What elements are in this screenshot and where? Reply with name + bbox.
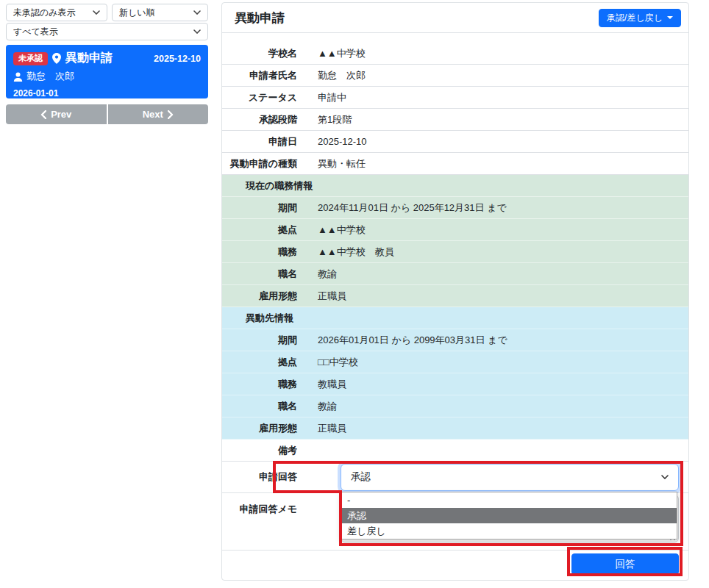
field-value: ▲▲中学校: [318, 47, 366, 60]
remarks-row: 備考: [222, 440, 688, 462]
field-row: 期間 2026年01月01日 から 2099年03月31日 まで: [222, 329, 688, 351]
answer-select[interactable]: 承認: [341, 464, 679, 491]
field-row: 雇用形態 正職員: [222, 285, 688, 307]
field-label: 職名: [229, 268, 297, 281]
page: 未承認のみ表示 新しい順 すべて表示 未承認 異動申請 2025-12-10: [0, 0, 709, 588]
field-label: 雇用形態: [229, 290, 297, 303]
filter-type-value: すべて表示: [13, 26, 58, 38]
caret-down-icon: [667, 16, 673, 19]
answer-selected-value: 承認: [351, 470, 371, 484]
option-return[interactable]: 差し戻し: [341, 523, 677, 539]
field-row: 雇用形態 正職員: [222, 417, 688, 440]
card-date: 2025-12-10: [154, 54, 201, 64]
submit-button[interactable]: 回答: [571, 553, 679, 575]
field-row: 申請日 2025-12-10: [222, 131, 688, 153]
field-value: 2025-12-10: [318, 136, 367, 147]
field-value: 2026年01月01日 から 2099年03月31日 まで: [318, 334, 507, 347]
card-start-date: 2026-01-01: [13, 88, 201, 98]
field-value: 教諭: [318, 400, 337, 413]
field-value: 教職員: [318, 378, 346, 391]
field-row: 職名 教諭: [222, 263, 688, 285]
field-label: 職名: [229, 400, 297, 413]
field-label: 職務: [229, 378, 297, 391]
chevron-right-icon: [168, 110, 174, 119]
field-label: 異動申請の種類: [229, 157, 297, 171]
answer-label: 申請回答: [229, 470, 297, 484]
field-value: 教諭: [318, 268, 337, 281]
field-label: 雇用形態: [229, 422, 297, 435]
filter-approval-select[interactable]: 未承認のみ表示: [6, 4, 107, 21]
field-row: 職名 教諭: [222, 395, 688, 417]
option-none[interactable]: -: [341, 492, 677, 508]
field-row: 承認段階 第1段階: [222, 109, 688, 131]
section-header-current: 現在の職務情報: [222, 175, 688, 197]
field-label: 期間: [229, 201, 297, 215]
field-value: 正職員: [318, 422, 346, 435]
answer-row: 申請回答 承認: [222, 462, 688, 493]
pager: Prev Next: [6, 104, 208, 124]
field-label: 職務: [229, 245, 297, 259]
field-value: 異動・転任: [318, 157, 366, 171]
field-row: 異動申請の種類 異動・転任: [222, 153, 688, 175]
prev-label: Prev: [51, 109, 71, 120]
field-label: 申請日: [229, 135, 297, 148]
filter-sort-select[interactable]: 新しい順: [112, 4, 208, 21]
memo-label: 申請回答メモ: [229, 493, 297, 550]
field-value: 第1段階: [318, 113, 352, 126]
field-value: 正職員: [318, 290, 346, 303]
field-label: 承認段階: [229, 113, 297, 126]
field-row: 職務 ▲▲中学校 教員: [222, 241, 688, 263]
card-person: 勤怠 次郎: [26, 70, 74, 83]
next-label: Next: [143, 109, 163, 120]
field-value: □□中学校: [318, 356, 358, 369]
chevron-down-icon: [193, 10, 201, 15]
chevron-down-icon: [193, 29, 201, 34]
filter-type-select[interactable]: すべて表示: [6, 23, 208, 40]
chevron-down-icon: [93, 10, 100, 15]
filter-approval-value: 未承認のみ表示: [13, 7, 76, 19]
approve-return-dropdown-button[interactable]: 承認/差し戻し: [599, 9, 681, 27]
card-title: 異動申請: [65, 51, 113, 66]
field-row: 職務 教職員: [222, 373, 688, 395]
page-title: 異動申請: [235, 10, 285, 26]
field-label: 拠点: [229, 356, 297, 369]
field-row: ステータス 申請中: [222, 87, 688, 109]
field-value: 勤怠 次郎: [318, 69, 366, 82]
answer-select-dropdown: - 承認 差し戻し: [340, 492, 677, 539]
filter-sort-value: 新しい順: [119, 7, 155, 19]
section-title: 現在の職務情報: [246, 179, 313, 193]
option-approve[interactable]: 承認: [341, 508, 677, 523]
next-button[interactable]: Next: [108, 104, 209, 124]
chevron-left-icon: [40, 110, 46, 119]
approve-return-label: 承認/差し戻し: [607, 12, 663, 24]
field-row: 拠点 □□中学校: [222, 351, 688, 373]
chevron-down-icon: [661, 475, 669, 479]
prev-button[interactable]: Prev: [6, 104, 107, 124]
field-value: 申請中: [318, 91, 346, 104]
field-label: 申請者氏名: [229, 69, 297, 82]
field-label: 拠点: [229, 223, 297, 237]
submit-row: 回答: [222, 551, 688, 581]
field-label: ステータス: [229, 91, 297, 104]
section-title: 異動先情報: [246, 312, 293, 325]
field-row: 拠点 ▲▲中学校: [222, 219, 688, 241]
field-label: 期間: [229, 334, 297, 347]
field-row: 学校名 ▲▲中学校: [222, 43, 688, 65]
field-label: 学校名: [229, 47, 297, 60]
person-icon: [13, 72, 23, 82]
field-row: 申請者氏名 勤怠 次郎: [222, 65, 688, 87]
status-badge: 未承認: [13, 52, 48, 65]
map-pin-icon: [52, 53, 61, 64]
field-value: ▲▲中学校 教員: [318, 245, 394, 259]
panel-header: 異動申請 承認/差し戻し: [222, 3, 688, 33]
field-value: 2024年11月01日 から 2025年12月31日 まで: [318, 201, 507, 215]
field-value: ▲▲中学校: [318, 223, 366, 237]
field-row: 期間 2024年11月01日 から 2025年12月31日 まで: [222, 197, 688, 219]
field-label: 備考: [229, 444, 297, 457]
section-header-destination: 異動先情報: [222, 307, 688, 329]
request-list-item[interactable]: 未承認 異動申請 2025-12-10 勤怠 次郎 2026-01-01: [6, 45, 208, 98]
